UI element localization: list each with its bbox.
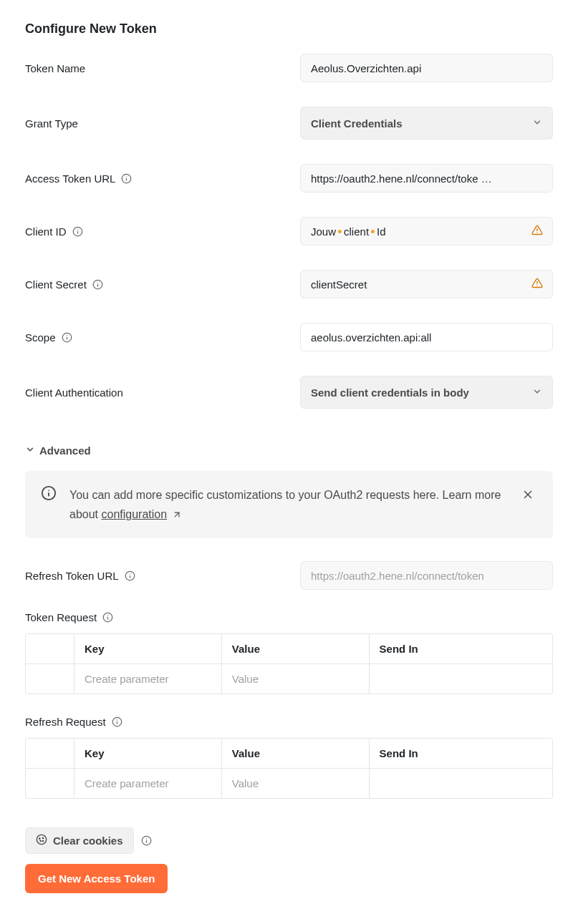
- cell-key[interactable]: Create parameter: [74, 769, 222, 798]
- cookie-icon: [36, 834, 47, 847]
- info-icon[interactable]: [102, 612, 113, 623]
- select-client-auth[interactable]: Send client credentials in body: [300, 376, 553, 409]
- client-id-part-2: Id: [377, 225, 386, 238]
- label-access-token-url-text: Access Token URL: [25, 172, 115, 185]
- header-sendin: Send In: [370, 634, 552, 664]
- external-link-icon: [170, 508, 182, 520]
- select-client-auth-value: Send client credentials in body: [311, 386, 469, 399]
- label-client-secret: Client Secret: [25, 278, 300, 291]
- row-token-name: Token Name: [25, 54, 553, 82]
- refresh-request-table: Key Value Send In Create parameter Value: [25, 738, 553, 799]
- header-value: Value: [222, 739, 370, 769]
- label-refresh-token-url-text: Refresh Token URL: [25, 570, 119, 582]
- info-banner: You can add more specific customizations…: [25, 471, 553, 538]
- cell-sendin[interactable]: [370, 664, 552, 694]
- get-new-access-token-button[interactable]: Get New Access Token: [25, 864, 168, 893]
- label-refresh-request-text: Refresh Request: [25, 716, 106, 728]
- chevron-down-icon: [532, 386, 542, 399]
- input-access-token-url-text: https://oauth2.hene.nl/connect/toke …: [311, 172, 492, 185]
- svg-point-31: [37, 835, 46, 845]
- row-blank[interactable]: [26, 664, 74, 694]
- row-access-token-url: Access Token URL https://oauth2.hene.nl/…: [25, 164, 553, 193]
- label-client-secret-text: Client Secret: [25, 278, 87, 291]
- header-blank: [26, 739, 74, 769]
- label-scope: Scope: [25, 331, 300, 344]
- info-banner-message: You can add more specific customizations…: [69, 485, 506, 524]
- chevron-down-icon: [25, 444, 35, 457]
- table-row: Create parameter Value: [26, 664, 552, 694]
- row-client-auth: Client Authentication Send client creden…: [25, 376, 553, 409]
- label-refresh-request: Refresh Request: [25, 716, 553, 728]
- label-access-token-url: Access Token URL: [25, 172, 300, 185]
- info-icon[interactable]: [62, 332, 72, 343]
- row-grant-type: Grant Type Client Credentials: [25, 107, 553, 140]
- header-value: Value: [222, 634, 370, 664]
- section-title: Configure New Token: [25, 21, 553, 37]
- select-grant-type[interactable]: Client Credentials: [300, 107, 553, 140]
- info-icon: [41, 485, 57, 503]
- svg-point-32: [39, 838, 40, 839]
- svg-point-33: [42, 838, 43, 839]
- chevron-down-icon: [532, 117, 542, 130]
- client-id-part-1: client: [344, 225, 369, 238]
- warning-icon[interactable]: [531, 225, 543, 238]
- svg-line-19: [175, 512, 179, 517]
- separator-dot-icon: [371, 230, 375, 233]
- row-client-secret: Client Secret: [25, 270, 553, 298]
- row-blank[interactable]: [26, 769, 74, 798]
- info-icon[interactable]: [92, 279, 103, 290]
- header-key: Key: [74, 739, 222, 769]
- label-client-id-text: Client ID: [25, 225, 67, 238]
- label-scope-text: Scope: [25, 331, 56, 344]
- row-refresh-token-url: Refresh Token URL: [25, 561, 553, 590]
- label-token-name: Token Name: [25, 62, 300, 74]
- info-icon[interactable]: [121, 173, 132, 184]
- clear-cookies-button[interactable]: Clear cookies: [25, 827, 134, 854]
- input-client-id[interactable]: JouwclientId: [300, 217, 553, 245]
- client-id-part-0: Jouw: [311, 225, 336, 238]
- table-header-row: Key Value Send In: [26, 739, 552, 769]
- warning-icon[interactable]: [531, 278, 543, 291]
- table-header-row: Key Value Send In: [26, 634, 552, 664]
- svg-point-35: [42, 841, 43, 842]
- separator-dot-icon: [338, 230, 342, 233]
- input-client-secret[interactable]: [300, 270, 553, 298]
- row-scope: Scope: [25, 323, 553, 351]
- info-icon[interactable]: [125, 570, 135, 581]
- advanced-toggle[interactable]: Advanced: [25, 444, 553, 457]
- label-token-request-text: Token Request: [25, 611, 97, 623]
- configuration-link[interactable]: configuration: [101, 508, 167, 520]
- input-scope[interactable]: [300, 323, 553, 351]
- info-icon[interactable]: [141, 835, 152, 846]
- input-token-name[interactable]: [300, 54, 553, 82]
- header-blank: [26, 634, 74, 664]
- label-client-id: Client ID: [25, 225, 300, 238]
- label-client-auth: Client Authentication: [25, 386, 300, 399]
- input-access-token-url[interactable]: https://oauth2.hene.nl/connect/toke …: [300, 164, 553, 193]
- info-icon[interactable]: [112, 716, 122, 727]
- header-sendin: Send In: [370, 739, 552, 769]
- header-key: Key: [74, 634, 222, 664]
- row-client-id: Client ID JouwclientId: [25, 217, 553, 245]
- cell-key[interactable]: Create parameter: [74, 664, 222, 694]
- close-icon[interactable]: [519, 485, 537, 506]
- svg-point-34: [40, 841, 41, 842]
- table-row: Create parameter Value: [26, 769, 552, 798]
- info-icon[interactable]: [72, 226, 83, 237]
- input-refresh-token-url[interactable]: [300, 561, 553, 590]
- cell-value[interactable]: Value: [222, 664, 370, 694]
- advanced-label: Advanced: [39, 444, 91, 457]
- clear-cookies-label: Clear cookies: [53, 835, 123, 847]
- footer-row: Clear cookies: [25, 827, 553, 854]
- select-grant-type-value: Client Credentials: [311, 117, 403, 130]
- token-request-table: Key Value Send In Create parameter Value: [25, 633, 553, 694]
- label-refresh-token-url: Refresh Token URL: [25, 570, 300, 582]
- cell-value[interactable]: Value: [222, 769, 370, 798]
- cell-sendin[interactable]: [370, 769, 552, 798]
- label-grant-type: Grant Type: [25, 117, 300, 130]
- label-token-request: Token Request: [25, 611, 553, 623]
